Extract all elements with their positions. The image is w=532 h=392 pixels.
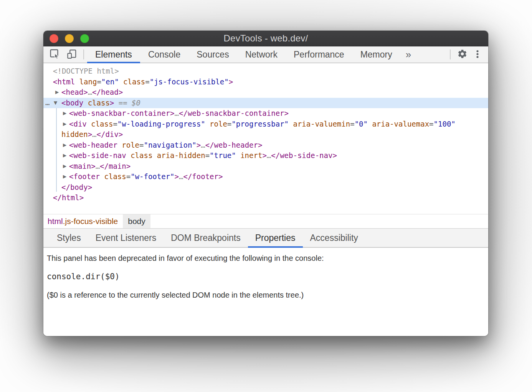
sidebar-tab-properties[interactable]: Properties xyxy=(248,229,303,247)
sidebar-tab-strip: StylesEvent ListenersDOM BreakpointsProp… xyxy=(43,228,488,248)
window-titlebar[interactable]: DevTools - web.dev/ xyxy=(43,31,488,46)
tab-elements[interactable]: Elements xyxy=(87,46,140,63)
tree-row-web-header[interactable]: ▶<web-header role="navigation">…</web-he… xyxy=(43,140,488,151)
dollar-zero-note: ($0 is a reference to the currently sele… xyxy=(47,291,485,299)
devtools-toolbar: ElementsConsoleSourcesNetworkPerformance… xyxy=(43,46,488,63)
breadcrumb-body[interactable]: body xyxy=(123,214,150,228)
properties-panel: This panel has been deprecated in favor … xyxy=(43,248,488,336)
panel-tab-strip: ElementsConsoleSourcesNetworkPerformance… xyxy=(87,46,400,63)
node-options-dots[interactable]: … xyxy=(45,98,50,107)
close-window-button[interactable] xyxy=(50,34,58,43)
expand-arrow-icon[interactable]: ▶ xyxy=(63,171,66,182)
tab-console[interactable]: Console xyxy=(140,46,188,63)
window-title: DevTools - web.dev/ xyxy=(224,33,308,44)
expand-arrow-icon[interactable]: ▶ xyxy=(63,150,66,161)
sidebar-tab-styles[interactable]: Styles xyxy=(50,229,88,247)
devtools-window: DevTools - web.dev/ xyxy=(43,31,488,336)
tab-memory[interactable]: Memory xyxy=(352,46,400,63)
toolbar-spacer xyxy=(416,46,447,63)
desktop-background: DevTools - web.dev/ xyxy=(0,0,532,392)
kebab-menu-button[interactable] xyxy=(471,46,484,63)
tree-row-web-snackbar-container[interactable]: ▶<web-snackbar-container>…</web-snackbar… xyxy=(43,108,488,119)
inspect-element-button[interactable] xyxy=(46,46,63,63)
kebab-menu-icon xyxy=(473,49,482,60)
device-toolbar-icon xyxy=(66,49,77,61)
tree-row-web-side-nav[interactable]: ▶<web-side-nav class aria-hidden="true" … xyxy=(43,150,488,161)
tab-performance[interactable]: Performance xyxy=(286,46,352,63)
sidebar-tab-accessibility[interactable]: Accessibility xyxy=(303,229,365,247)
more-tabs-button[interactable]: » xyxy=(400,46,416,63)
device-toolbar-button[interactable] xyxy=(63,46,80,63)
zoom-window-button[interactable] xyxy=(80,34,89,43)
console-dir-code: console.dir($0) xyxy=(47,272,485,281)
tab-network[interactable]: Network xyxy=(237,46,286,63)
minimize-window-button[interactable] xyxy=(65,34,74,43)
elements-tree-panel: <!DOCTYPE html><html lang="en" class="js… xyxy=(43,63,488,214)
sidebar-tab-dom-breakpoints[interactable]: DOM Breakpoints xyxy=(164,229,248,247)
tree-row-html-open[interactable]: <html lang="en" class="js-focus-visible"… xyxy=(43,77,488,87)
tab-sources[interactable]: Sources xyxy=(188,46,237,63)
tree-row-body-open[interactable]: …▼<body class> == $0 xyxy=(43,98,488,109)
expand-arrow-icon[interactable]: ▶ xyxy=(63,161,66,172)
traffic-lights xyxy=(50,34,89,43)
breadcrumb-html[interactable]: html.js-focus-visible xyxy=(48,214,123,228)
expand-arrow-icon[interactable]: ▶ xyxy=(55,87,59,98)
tree-row-body-close[interactable]: </body> xyxy=(43,182,488,193)
tree-row-footer[interactable]: ▶<footer class="w-footer">…</footer> xyxy=(43,171,488,182)
gear-icon xyxy=(457,49,468,60)
tree-row-main[interactable]: ▶<main>…</main> xyxy=(43,161,488,172)
settings-button[interactable] xyxy=(454,46,471,63)
toolbar-divider xyxy=(83,49,84,59)
tree-row-div-loading-progress[interactable]: ▶<div class="w-loading-progress" role="p… xyxy=(43,119,488,130)
breadcrumb: html.js-focus-visiblebody xyxy=(43,214,488,228)
sidebar-tab-event-listeners[interactable]: Event Listeners xyxy=(88,229,164,247)
expand-arrow-icon[interactable]: ▶ xyxy=(63,108,66,119)
expand-arrow-icon[interactable]: ▶ xyxy=(63,119,66,130)
tree-row-doctype[interactable]: <!DOCTYPE html> xyxy=(43,66,488,77)
inspect-cursor-icon xyxy=(50,49,60,61)
expand-arrow-icon[interactable]: ▶ xyxy=(63,140,66,151)
collapse-arrow-icon[interactable]: ▼ xyxy=(54,98,57,109)
tree-row-html-close[interactable]: </html> xyxy=(43,193,488,203)
toolbar-right-divider xyxy=(450,49,451,59)
tree-row-div-loading-progress-wrap[interactable]: hidden>…</div> xyxy=(43,129,488,140)
deprecation-message: This panel has been deprecated in favor … xyxy=(47,254,485,262)
tree-row-head[interactable]: ▶<head>…</head> xyxy=(43,87,488,98)
